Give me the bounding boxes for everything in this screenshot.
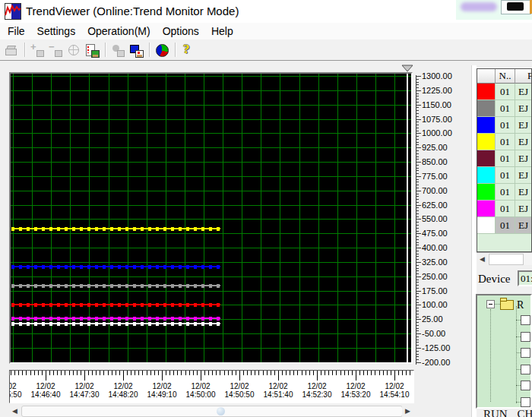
x-tick-time: 14:50:50: [218, 390, 261, 399]
pen-no: 01: [496, 134, 515, 150]
pen-save-icon[interactable]: [129, 43, 143, 57]
toolbar: + − ?: [0, 39, 532, 61]
y-tick-label: -50.00: [422, 329, 467, 338]
legend-row[interactable]: 01EJ: [477, 117, 532, 134]
pen-no: 01: [496, 167, 515, 184]
y-tick-label: 700.00: [422, 186, 467, 195]
scroll-right-button[interactable]: ▶: [402, 405, 413, 417]
pen-color-swatch: [477, 201, 496, 217]
legend-row[interactable]: 01EJ: [477, 84, 532, 100]
help-icon[interactable]: ?: [181, 43, 195, 57]
y-major-tick: [416, 105, 421, 106]
x-minor-tick: [108, 371, 109, 375]
tree-expand-toggle[interactable]: [486, 300, 495, 308]
legend-row[interactable]: 01EJ: [477, 217, 532, 234]
report-save-icon[interactable]: [85, 43, 99, 57]
device-combo[interactable]: 01:E: [518, 270, 532, 286]
x-major-tick: [394, 371, 395, 381]
y-tick-label: 400.00: [422, 243, 467, 252]
y-tick-label: -200.00: [422, 358, 467, 367]
menu-operationm[interactable]: Operation(M): [81, 24, 156, 39]
y-minor-tick: [416, 84, 419, 85]
pen-assign-icon[interactable]: [111, 43, 125, 57]
black-shape: [507, 2, 524, 11]
x-tick-date: 12/02: [373, 382, 413, 390]
series-markers: [11, 317, 220, 321]
menu-file[interactable]: File: [2, 24, 31, 39]
x-minor-tick: [96, 371, 97, 375]
y-major-tick: [416, 162, 421, 163]
tree-item-checkbox[interactable]: [521, 381, 530, 390]
x-minor-tick: [391, 371, 391, 375]
x-minor-tick: [352, 371, 353, 375]
y-minor-tick: [416, 285, 419, 286]
y-minor-tick: [416, 342, 419, 343]
add-pen-icon[interactable]: +: [30, 43, 44, 57]
folder-icon: [500, 300, 514, 310]
tree-item-checkbox[interactable]: [521, 348, 530, 358]
tree-item-checkbox[interactable]: [521, 397, 530, 407]
scroll-left-button[interactable]: ◀: [9, 405, 21, 417]
menu-settings[interactable]: Settings: [31, 24, 82, 39]
open-file-icon[interactable]: [5, 43, 18, 57]
x-minor-tick: [325, 371, 325, 375]
x-tick-time: 14:48:20: [102, 390, 144, 399]
legend-header-no: N..: [496, 69, 515, 84]
toolbar-separator: [24, 43, 26, 57]
x-tick-time: 14:51:40: [257, 390, 299, 399]
y-minor-tick: [416, 302, 419, 303]
y-major-tick: [416, 176, 421, 177]
y-minor-tick: [416, 308, 419, 308]
pen-param: EJ: [515, 201, 532, 217]
x-minor-tick: [77, 371, 78, 375]
legend-scrollbar-thumb[interactable]: [489, 254, 524, 265]
legend-row[interactable]: 01EJ: [477, 134, 532, 150]
x-minor-tick: [247, 371, 248, 375]
globe-icon[interactable]: [67, 43, 81, 57]
menu-options[interactable]: Options: [157, 24, 205, 39]
trend-plot-area[interactable]: [11, 74, 411, 362]
x-minor-tick: [332, 371, 333, 375]
pen-color-swatch: [477, 84, 496, 100]
y-minor-tick: [416, 351, 419, 352]
y-minor-tick: [416, 359, 419, 360]
legend-row[interactable]: 01EJ: [477, 201, 532, 217]
x-major-tick: [162, 371, 163, 381]
y-minor-tick: [416, 87, 419, 88]
menu-bar: FileSettingsOperation(M)OptionsHelp: [0, 23, 532, 39]
menu-help[interactable]: Help: [205, 24, 239, 39]
legend-row[interactable]: 01EJ: [477, 150, 532, 167]
pen-param: EJ: [515, 84, 532, 100]
legend-row[interactable]: 01EJ: [477, 184, 532, 201]
x-minor-tick: [112, 371, 112, 375]
y-minor-tick: [416, 265, 419, 266]
y-minor-tick: [416, 102, 419, 103]
y-tick-label: 175.00: [422, 286, 467, 295]
tree-item-checkbox[interactable]: [521, 332, 530, 342]
title-bar[interactable]: TrendViewer (Online:Trend Monitor Mode): [0, 0, 532, 23]
tree-item-checkbox[interactable]: [521, 365, 530, 374]
y-minor-tick: [416, 317, 419, 317]
x-minor-tick: [306, 371, 306, 375]
y-minor-tick: [416, 340, 419, 340]
x-minor-tick: [100, 371, 100, 375]
series-pen-magenta: [11, 316, 220, 321]
series-markers: [11, 227, 220, 231]
y-minor-tick: [416, 93, 419, 94]
y-minor-tick: [416, 256, 419, 257]
y-minor-tick: [416, 96, 419, 96]
x-minor-tick: [371, 371, 372, 375]
remove-pen-icon[interactable]: −: [49, 43, 62, 57]
legend-scroll-left-button[interactable]: ◀: [477, 253, 488, 265]
scrollbar-thumb[interactable]: [21, 406, 403, 417]
y-major-tick: [416, 319, 421, 320]
x-tick-label: 12/0214:52:30: [296, 382, 338, 399]
tree-item-checkbox[interactable]: [521, 315, 530, 325]
pie-chart-icon[interactable]: [155, 43, 169, 57]
legend-row[interactable]: 01EJ: [477, 100, 532, 117]
legend-row[interactable]: 01EJ: [477, 167, 532, 184]
pen-param: EJ: [515, 217, 532, 234]
series-pen-yellow: [11, 226, 220, 232]
series-markers: [11, 303, 220, 307]
tree-root-label[interactable]: R: [517, 299, 524, 311]
